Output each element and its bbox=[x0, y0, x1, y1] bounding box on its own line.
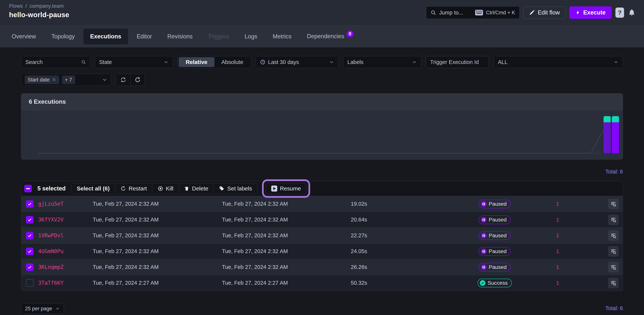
set-labels-button[interactable]: Set labels bbox=[214, 183, 257, 194]
trigger-execution-id-filter[interactable] bbox=[426, 56, 489, 68]
chart-trend-line bbox=[38, 116, 611, 153]
tab-executions[interactable]: Executions bbox=[83, 29, 128, 44]
select-all-checkbox[interactable] bbox=[24, 185, 32, 192]
row-checkbox[interactable] bbox=[26, 200, 34, 208]
end-date-cell: Tue, Feb 27, 2024 2:32 AM bbox=[222, 201, 351, 207]
start-date-cell: Tue, Feb 27, 2024 2:32 AM bbox=[93, 232, 222, 239]
duration-cell: 22.27s bbox=[351, 232, 460, 239]
log-search-button[interactable] bbox=[608, 278, 618, 288]
jump-to-search[interactable]: Jump to... Ctrl/Cmd + K bbox=[426, 7, 520, 19]
app-header: Flows/company.team hello-world-pause Jum… bbox=[0, 0, 644, 25]
breadcrumb-flows[interactable]: Flows bbox=[9, 3, 23, 9]
revision-cell: 1 bbox=[530, 217, 586, 223]
table-row[interactable]: 3TaTf6KY Tue, Feb 27, 2024 2:27 AM Tue, … bbox=[21, 275, 623, 291]
tab-dependencies-label: Dependencies bbox=[307, 33, 344, 39]
executions-bar-chart[interactable] bbox=[21, 110, 623, 159]
refresh-button[interactable] bbox=[130, 74, 145, 86]
log-search-button[interactable] bbox=[608, 214, 618, 225]
trash-icon bbox=[184, 186, 190, 191]
revision-cell: 1 bbox=[530, 264, 586, 270]
tab-dependencies[interactable]: Dependencies0 bbox=[300, 28, 361, 45]
state-label: Success bbox=[488, 280, 508, 286]
table-rows: gjLzu5eT Tue, Feb 27, 2024 2:32 AM Tue, … bbox=[21, 196, 623, 291]
date-mode-toggle: Relative Absolute bbox=[178, 56, 251, 68]
execution-id-link[interactable]: 4UGmN0Pu bbox=[38, 248, 93, 254]
chevron-down-icon bbox=[613, 60, 618, 65]
revision-cell: 1 bbox=[530, 201, 586, 207]
execution-id-link[interactable]: 3TaTf6KY bbox=[38, 280, 93, 286]
per-page-value: 25 per page bbox=[25, 306, 52, 311]
execution-id-link[interactable]: 3KfYXV2V bbox=[38, 217, 93, 223]
labels-filter-select[interactable]: Labels bbox=[343, 56, 421, 68]
resume-label: Resume bbox=[280, 185, 301, 192]
log-search-icon bbox=[610, 248, 616, 255]
check-icon bbox=[27, 233, 32, 238]
chevron-down-icon bbox=[164, 60, 169, 65]
executions-chart-panel: 6 Executions bbox=[21, 93, 623, 160]
log-search-button[interactable] bbox=[608, 262, 618, 272]
execution-id-link[interactable]: 1VRwPDvl bbox=[38, 232, 93, 239]
start-date-cell: Tue, Feb 27, 2024 2:32 AM bbox=[93, 264, 222, 270]
log-search-button[interactable] bbox=[608, 199, 618, 209]
relative-toggle[interactable]: Relative bbox=[179, 57, 214, 67]
log-search-icon bbox=[610, 201, 616, 207]
execution-id-link[interactable]: 3KLnqmpZ bbox=[38, 264, 93, 270]
table-row[interactable]: 4UGmN0Pu Tue, Feb 27, 2024 2:32 AM Tue, … bbox=[21, 243, 623, 259]
date-fields-select[interactable]: Start date ✕ + 7 bbox=[21, 74, 111, 86]
time-range-select[interactable]: Last 30 days bbox=[256, 56, 338, 68]
search-filter[interactable] bbox=[21, 56, 90, 68]
total-count-top: Total: 6 bbox=[606, 169, 623, 175]
help-button[interactable]: ? bbox=[616, 8, 624, 18]
per-page-select[interactable]: 25 per page bbox=[21, 303, 64, 314]
chart-bars bbox=[604, 116, 619, 153]
tab-editor[interactable]: Editor bbox=[130, 29, 159, 44]
select-all-button[interactable]: Select all (6) bbox=[72, 183, 115, 194]
search-input[interactable] bbox=[26, 59, 78, 65]
edit-flow-label: Edit flow bbox=[538, 9, 560, 16]
trigger-execution-id-input[interactable] bbox=[430, 59, 485, 65]
row-checkbox[interactable] bbox=[26, 248, 34, 255]
state-filter-select[interactable]: State bbox=[95, 56, 173, 68]
table-row[interactable]: 3KLnqmpZ Tue, Feb 27, 2024 2:32 AM Tue, … bbox=[21, 259, 623, 275]
tab-revisions[interactable]: Revisions bbox=[160, 29, 199, 44]
revision-cell: 1 bbox=[530, 248, 586, 254]
row-checkbox[interactable] bbox=[26, 216, 34, 223]
resume-play-icon bbox=[271, 186, 277, 192]
tab-bar: Overview Topology Executions Editor Revi… bbox=[0, 25, 644, 48]
scope-filter-select[interactable]: ALL bbox=[494, 56, 623, 68]
bell-icon[interactable] bbox=[628, 8, 636, 17]
tab-metrics[interactable]: Metrics bbox=[266, 29, 298, 44]
kill-button[interactable]: Kill bbox=[152, 183, 179, 194]
table-row[interactable]: 3KfYXV2V Tue, Feb 27, 2024 2:32 AM Tue, … bbox=[21, 212, 623, 227]
absolute-toggle[interactable]: Absolute bbox=[214, 57, 250, 67]
edit-flow-button[interactable]: Edit flow bbox=[523, 7, 566, 19]
tab-topology[interactable]: Topology bbox=[44, 29, 82, 44]
execution-id-link[interactable]: gjLzu5eT bbox=[38, 201, 93, 207]
remove-chip-icon[interactable]: ✕ bbox=[52, 77, 56, 83]
row-checkbox[interactable] bbox=[26, 263, 34, 271]
log-search-button[interactable] bbox=[608, 246, 618, 257]
delete-button[interactable]: Delete bbox=[179, 183, 214, 194]
restart-button[interactable]: Restart bbox=[115, 183, 152, 194]
pause-icon bbox=[482, 218, 485, 221]
resume-button[interactable]: Resume bbox=[266, 183, 306, 194]
log-search-button[interactable] bbox=[608, 230, 618, 241]
start-date-cell: Tue, Feb 27, 2024 2:32 AM bbox=[93, 201, 222, 207]
tab-overview[interactable]: Overview bbox=[5, 29, 43, 44]
table-row[interactable]: gjLzu5eT Tue, Feb 27, 2024 2:32 AM Tue, … bbox=[21, 196, 623, 212]
start-date-cell: Tue, Feb 27, 2024 2:32 AM bbox=[93, 217, 222, 223]
duration-cell: 50.32s bbox=[351, 280, 460, 286]
state-badge: Paused bbox=[479, 215, 511, 224]
tab-logs[interactable]: Logs bbox=[238, 29, 264, 44]
start-date-chip: Start date ✕ bbox=[25, 76, 59, 84]
breadcrumb-namespace[interactable]: company.team bbox=[30, 3, 64, 9]
kill-icon bbox=[158, 186, 163, 191]
kill-label: Kill bbox=[166, 185, 174, 192]
row-checkbox[interactable] bbox=[26, 232, 34, 239]
table-row[interactable]: 1VRwPDvl Tue, Feb 27, 2024 2:32 AM Tue, … bbox=[21, 227, 623, 243]
auto-refresh-button[interactable] bbox=[116, 74, 130, 86]
executions-count-title: 6 Executions bbox=[29, 98, 66, 105]
search-icon bbox=[430, 10, 436, 16]
execute-button[interactable]: Execute bbox=[569, 7, 612, 19]
row-checkbox[interactable] bbox=[26, 279, 34, 287]
